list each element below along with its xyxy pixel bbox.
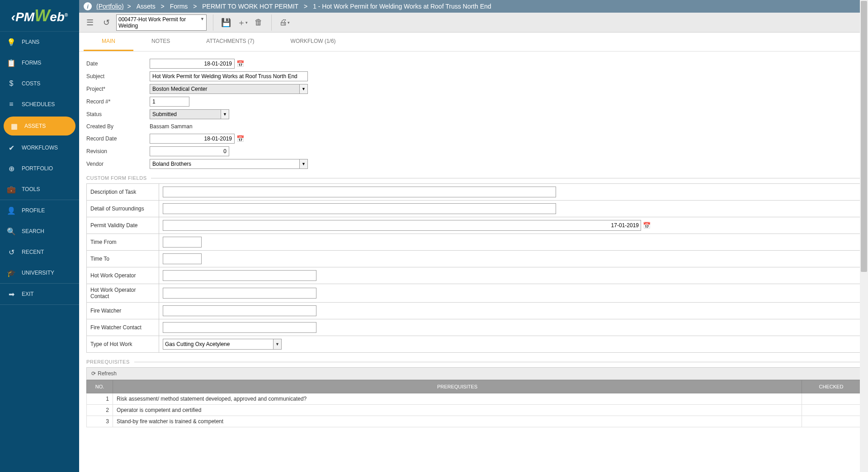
table-row[interactable]: 2Operator is competent and certified bbox=[87, 405, 861, 416]
add-icon[interactable]: ＋▾ bbox=[236, 16, 249, 29]
tabs: MAINNOTESATTACHMENTS (7)WORKFLOW (1/6) bbox=[79, 33, 868, 51]
nav-icon: 💼 bbox=[6, 184, 16, 194]
cf-timeto-input[interactable] bbox=[163, 253, 202, 264]
revision-input[interactable] bbox=[150, 146, 229, 156]
print-icon[interactable]: 🖨▾ bbox=[278, 16, 291, 29]
record-input[interactable] bbox=[150, 97, 189, 107]
cf-validity-input[interactable] bbox=[163, 220, 641, 231]
nav-icon: 🎓 bbox=[6, 268, 16, 278]
exit-icon: ➡ bbox=[6, 289, 16, 299]
dropdown-caret-icon[interactable]: ▼ bbox=[274, 339, 282, 350]
recorddate-input[interactable] bbox=[150, 134, 235, 144]
sidebar-item-workflows[interactable]: ✔WORKFLOWS bbox=[0, 137, 79, 158]
sidebar-item-label: SEARCH bbox=[22, 228, 44, 234]
breadcrumb-part: 1 - Hot Work Permit for Welding Works at… bbox=[313, 3, 491, 10]
sidebar-item-portfolio[interactable]: ⊕PORTFOLIO bbox=[0, 158, 79, 179]
nav-exit-section: ➡ EXIT bbox=[0, 284, 79, 305]
delete-icon[interactable]: 🗑 bbox=[252, 16, 265, 29]
label-date: Date bbox=[86, 61, 150, 67]
status-input[interactable] bbox=[150, 109, 221, 119]
scrollbar-thumb bbox=[861, 1, 867, 272]
table-row[interactable]: 3Stand-by fire watcher is trained & comp… bbox=[87, 416, 861, 427]
cell-text: Risk assessment/ method statement develo… bbox=[113, 393, 802, 405]
label-recorddate: Record Date bbox=[86, 136, 150, 142]
sidebar-item-label: WORKFLOWS bbox=[22, 145, 58, 151]
sidebar-item-search[interactable]: 🔍SEARCH bbox=[0, 221, 79, 242]
cell-text: Stand-by fire watcher is trained & compe… bbox=[113, 416, 802, 427]
refresh-icon: ⟳ bbox=[91, 370, 96, 377]
cf-label: Fire Watcher Contact bbox=[87, 319, 159, 336]
nav-icon: ≡ bbox=[6, 99, 16, 109]
cell-no: 2 bbox=[87, 405, 113, 416]
tab-main[interactable]: MAIN bbox=[84, 33, 133, 51]
history-icon[interactable]: ↺ bbox=[100, 16, 113, 29]
th-checked: CHECKED bbox=[802, 380, 861, 393]
separator bbox=[213, 14, 213, 31]
cf-desc-input[interactable] bbox=[163, 187, 556, 197]
sidebar-item-schedules[interactable]: ≡SCHEDULES bbox=[0, 94, 79, 115]
nav-icon: 📋 bbox=[6, 58, 16, 68]
subject-input[interactable] bbox=[150, 71, 308, 81]
project-input[interactable] bbox=[150, 84, 300, 94]
logo: ‹PMWeb® bbox=[0, 0, 79, 32]
dropdown-caret-icon[interactable]: ▼ bbox=[300, 159, 308, 169]
sidebar-item-tools[interactable]: 💼TOOLS bbox=[0, 179, 79, 200]
tab-attachments[interactable]: ATTACHMENTS (7) bbox=[188, 33, 272, 51]
refresh-button[interactable]: ⟳Refresh bbox=[91, 370, 117, 377]
label-status: Status bbox=[86, 111, 150, 117]
sidebar-item-label: PLANS bbox=[22, 39, 39, 45]
cf-operator-input[interactable] bbox=[163, 270, 316, 281]
sidebar-item-label: EXIT bbox=[22, 291, 34, 297]
prereq-table: NO. PREREQUISITES CHECKED 1Risk assessme… bbox=[86, 380, 861, 427]
cf-timefrom-input[interactable] bbox=[163, 237, 202, 248]
sidebar-item-plans[interactable]: 💡PLANS bbox=[0, 32, 79, 52]
sidebar-item-recent[interactable]: ↺RECENT bbox=[0, 242, 79, 262]
label-project: Project* bbox=[86, 86, 150, 92]
section-label: PREREQUISITES bbox=[86, 359, 130, 365]
cf-operator-contact-input[interactable] bbox=[163, 288, 316, 299]
cf-label: Time To bbox=[87, 251, 159, 267]
calendar-icon[interactable]: 📅 bbox=[643, 222, 651, 229]
cf-label: Fire Watcher bbox=[87, 303, 159, 319]
sidebar-item-exit[interactable]: ➡ EXIT bbox=[0, 284, 79, 304]
info-icon[interactable]: i bbox=[84, 2, 92, 10]
table-row[interactable]: 1Risk assessment/ method statement devel… bbox=[87, 393, 861, 405]
sidebar-item-assets[interactable]: ▦ASSETS bbox=[4, 117, 75, 136]
th-no: NO. bbox=[87, 380, 113, 393]
dropdown-caret-icon[interactable]: ▼ bbox=[300, 84, 308, 94]
nav-icon: ↺ bbox=[6, 247, 16, 257]
sidebar-item-costs[interactable]: $COSTS bbox=[0, 73, 79, 94]
calendar-icon[interactable]: 📅 bbox=[236, 135, 245, 142]
scrollbar[interactable] bbox=[860, 0, 868, 472]
date-input[interactable] bbox=[150, 59, 235, 69]
sidebar-item-forms[interactable]: 📋FORMS bbox=[0, 52, 79, 73]
tab-workflow[interactable]: WORKFLOW (1/6) bbox=[273, 33, 354, 51]
record-selector[interactable]: 000477-Hot Work Permit for Welding bbox=[116, 14, 207, 31]
nav-icon: 🔍 bbox=[6, 226, 16, 236]
breadcrumb-part: PERMIT TO WORK HOT PERMIT bbox=[202, 3, 298, 10]
sidebar-item-label: SCHEDULES bbox=[22, 101, 55, 107]
cf-watcher-contact-input[interactable] bbox=[163, 322, 316, 333]
label-subject: Subject bbox=[86, 73, 150, 79]
logo-mid: W bbox=[34, 6, 50, 25]
cell-checked bbox=[802, 393, 861, 405]
vendor-input[interactable] bbox=[150, 159, 300, 169]
sidebar-item-label: COSTS bbox=[22, 80, 40, 87]
sidebar-item-profile[interactable]: 👤PROFILE bbox=[0, 200, 79, 221]
cf-type-input[interactable] bbox=[163, 339, 274, 350]
cell-checked bbox=[802, 416, 861, 427]
calendar-icon[interactable]: 📅 bbox=[236, 60, 245, 67]
sidebar-item-university[interactable]: 🎓UNIVERSITY bbox=[0, 262, 79, 283]
nav-secondary: 👤PROFILE🔍SEARCH↺RECENT🎓UNIVERSITY bbox=[0, 200, 79, 284]
dropdown-caret-icon[interactable]: ▼ bbox=[221, 109, 229, 119]
topbar: i (Portfolio) > Assets > Forms > PERMIT … bbox=[79, 0, 868, 13]
breadcrumb-portfolio[interactable]: (Portfolio) bbox=[96, 3, 124, 10]
cf-watcher-input[interactable] bbox=[163, 305, 316, 316]
cf-detail-input[interactable] bbox=[163, 203, 556, 214]
list-icon[interactable]: ☰ bbox=[84, 16, 96, 29]
cell-no: 1 bbox=[87, 393, 113, 405]
sidebar-item-label: UNIVERSITY bbox=[22, 270, 54, 276]
toolbar: ☰ ↺ 000477-Hot Work Permit for Welding 💾… bbox=[79, 13, 868, 33]
tab-notes[interactable]: NOTES bbox=[133, 33, 188, 51]
save-icon[interactable]: 💾 bbox=[220, 16, 232, 29]
